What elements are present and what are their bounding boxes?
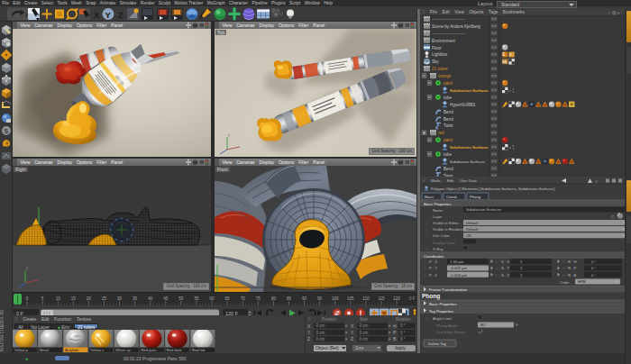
svg-text:Object (Rel): Object (Rel) xyxy=(316,346,339,350)
svg-text:Bend: Bend xyxy=(444,110,453,114)
svg-text:E: E xyxy=(503,52,506,57)
svg-text:Scene by Anders Kjellberg: Scene by Anders Kjellberg xyxy=(432,24,480,29)
svg-text:Apply: Apply xyxy=(395,346,407,350)
svg-text:Basic Properties: Basic Properties xyxy=(424,202,452,206)
svg-text:Order: Order xyxy=(560,280,570,285)
svg-text:Basic Properties: Basic Properties xyxy=(429,302,457,306)
svg-text:Red lab: Red lab xyxy=(192,348,206,352)
svg-text:60: 60 xyxy=(209,296,215,301)
svg-text:Visible in Renderer: Visible in Renderer xyxy=(433,227,465,232)
svg-text:P . X: P . X xyxy=(429,259,437,264)
svg-text:Size: Size xyxy=(360,317,368,322)
svg-text:90: 90 xyxy=(302,296,307,301)
svg-text:orange: orange xyxy=(438,74,452,78)
svg-text:Z: Z xyxy=(307,336,310,341)
svg-text:S: S xyxy=(5,128,9,134)
svg-text:⌕: ⌕ xyxy=(595,178,598,184)
svg-text:95: 95 xyxy=(317,296,323,301)
svg-text:Use Edge Breaks: Use Edge Breaks xyxy=(436,330,466,334)
svg-text:Rotation: Rotation xyxy=(396,317,411,322)
svg-text:70: 70 xyxy=(241,296,246,301)
svg-text:-0.002 µm: -0.002 µm xyxy=(450,266,467,270)
svg-text:75: 75 xyxy=(256,296,261,301)
svg-text:Phong: Phong xyxy=(470,195,481,199)
svg-text:Mode: Mode xyxy=(431,178,441,183)
svg-text:Red dark: Red dark xyxy=(167,348,183,352)
svg-text:Red pain: Red pain xyxy=(142,348,157,352)
svg-text:HyperNURBS: HyperNURBS xyxy=(450,103,475,107)
svg-text:P . Z: P . Z xyxy=(429,273,437,278)
svg-text:110: 110 xyxy=(362,296,370,301)
svg-text:80 °: 80 ° xyxy=(480,323,488,327)
svg-text:0 °: 0 ° xyxy=(400,331,406,335)
svg-text:Bend: Bend xyxy=(444,167,453,171)
svg-text:Acrylate: Acrylate xyxy=(65,348,79,352)
svg-text:X-Ray: X-Ray xyxy=(433,247,444,251)
svg-text:Display Color: Display Color xyxy=(433,241,456,245)
svg-text:85: 85 xyxy=(287,296,292,301)
svg-text:◰: ◰ xyxy=(611,214,615,219)
svg-text:S . X: S . X xyxy=(501,259,509,264)
svg-text:Off: Off xyxy=(466,233,471,238)
svg-text:55: 55 xyxy=(194,296,199,301)
svg-text:0 F: 0 F xyxy=(409,296,416,301)
svg-text:X: X xyxy=(94,10,100,20)
svg-text:Phong Angle: Phong Angle xyxy=(436,323,458,328)
svg-text:Subdivision Surfaces: Subdivision Surfaces xyxy=(450,145,489,150)
svg-text:White sp: White sp xyxy=(115,348,131,352)
svg-text:1.34 µm: 1.34 µm xyxy=(450,259,464,264)
svg-text:Delete Tag: Delete Tag xyxy=(428,341,447,346)
svg-text:Floor: Floor xyxy=(432,46,442,50)
svg-text:65: 65 xyxy=(225,296,231,301)
svg-text:Lightbox: Lightbox xyxy=(432,52,448,57)
svg-text:0 °: 0 ° xyxy=(591,266,596,270)
svg-text:45: 45 xyxy=(163,296,169,301)
svg-text:0 cm: 0 cm xyxy=(316,337,325,341)
svg-text:0 cm: 0 cm xyxy=(360,323,369,328)
svg-text:Subdivision Surfaces: Subdivision Surfaces xyxy=(466,207,501,212)
svg-text:y: y xyxy=(228,132,230,137)
svg-text:Y: Y xyxy=(105,10,112,20)
svg-text:⠿: ⠿ xyxy=(423,178,425,183)
svg-text:115: 115 xyxy=(378,296,385,301)
svg-text:30: 30 xyxy=(117,296,123,301)
svg-text:15: 15 xyxy=(71,296,77,301)
svg-text:Polygon Object (2 Elements) [S: Polygon Object (2 Elements) [Subdivision… xyxy=(431,187,554,191)
svg-text:User Data: User Data xyxy=(460,178,478,183)
svg-text:0 cm: 0 cm xyxy=(316,331,325,335)
svg-text:R . B: R . B xyxy=(568,273,577,278)
svg-text:0 cm: 0 cm xyxy=(360,331,369,335)
svg-text:paint: paint xyxy=(444,81,453,86)
svg-text:Metal: Metal xyxy=(40,348,49,352)
svg-text:Default: Default xyxy=(466,221,479,225)
svg-text:Subdivision Surfaces: Subdivision Surfaces xyxy=(450,88,489,93)
svg-text:80: 80 xyxy=(271,296,277,301)
svg-text:Use Color: Use Color xyxy=(433,233,450,238)
svg-text:Tag Properties: Tag Properties xyxy=(429,309,453,314)
svg-text:0 cm: 0 cm xyxy=(360,337,369,341)
svg-text:105: 105 xyxy=(347,296,354,301)
svg-text:Size: Size xyxy=(355,346,364,350)
svg-text:HPB: HPB xyxy=(578,279,586,284)
svg-text:Coordinates: Coordinates xyxy=(424,254,444,259)
svg-text:0 cm: 0 cm xyxy=(316,323,325,328)
svg-text:40: 40 xyxy=(148,296,153,301)
svg-text:R . H: R . H xyxy=(568,259,577,264)
svg-text:21 tubes: 21 tubes xyxy=(432,67,448,71)
svg-text:20: 20 xyxy=(87,296,92,301)
svg-text:Visible in Editor: Visible in Editor xyxy=(433,221,459,225)
svg-text:⠿: ⠿ xyxy=(307,316,311,322)
svg-text:sa: sa xyxy=(502,59,507,64)
svg-text:S . Z: S . Z xyxy=(501,273,509,278)
svg-text:Default: Default xyxy=(466,227,479,232)
svg-text:100: 100 xyxy=(332,296,339,301)
svg-text:25: 25 xyxy=(102,296,107,301)
svg-text:10: 10 xyxy=(56,296,61,301)
svg-text:Sky: Sky xyxy=(432,59,439,64)
svg-text:Freeze Transformation: Freeze Transformation xyxy=(429,287,468,292)
svg-text:Name: Name xyxy=(433,208,444,213)
svg-text:————————: ———————— xyxy=(432,17,465,22)
svg-text:Phong: Phong xyxy=(422,293,440,300)
svg-text:Twist: Twist xyxy=(444,123,453,128)
svg-text:tube: tube xyxy=(444,152,452,157)
